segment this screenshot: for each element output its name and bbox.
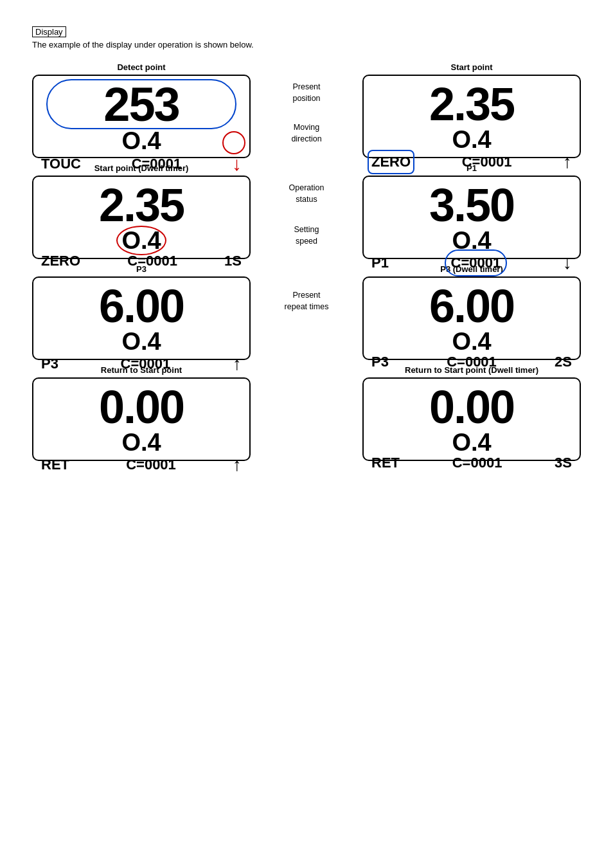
return-dwell-box: 0.00 O.4 RET C=0001 3S <box>362 377 581 461</box>
p3-dwell-panel: P3 (Dwell timer) 6.00 O.4 P3 C=0001 2S <box>362 264 581 360</box>
p1-sub: O.4 <box>452 228 491 253</box>
p1-label1: P1 <box>371 255 389 271</box>
detect-arrow: ↓ <box>232 153 242 175</box>
page-subtitle: The example of the display under operati… <box>32 40 581 50</box>
return-dwell-panel: Return to Start point (Dwell timer) 0.00… <box>362 365 581 461</box>
detect-point-panel: Detect point 253 O.4 TOUC C=0001 ↓ <box>32 62 251 158</box>
start-dwell-box: 2.35 O.4 ZERO C=0001 1S <box>32 176 251 259</box>
operation-status-label: Operation status <box>289 183 324 205</box>
page-title: Display <box>32 26 66 37</box>
start-arrow: ↑ <box>563 152 572 172</box>
moving-direction-label: Moving direction <box>291 122 321 145</box>
detect-label2: C=0001 <box>132 156 182 172</box>
detect-point-title: Detect point <box>32 62 251 72</box>
start-sub-num: O.4 <box>452 127 491 152</box>
p3-arrow: ↑ <box>233 354 242 374</box>
p3-label1: P3 <box>41 356 58 372</box>
return-dwell-sub: O.4 <box>452 430 491 455</box>
center-col-row2: Operation status Setting speed <box>251 163 362 264</box>
p3-box: 6.00 O.4 P3 C=0001 ↑ <box>32 276 251 360</box>
detect-point-box: 253 O.4 TOUC C=0001 ↓ <box>32 75 251 158</box>
return-label2: C=0001 <box>126 457 176 473</box>
return-main: 0.00 <box>99 384 184 430</box>
setting-speed-label: Setting speed <box>294 224 319 247</box>
return-dwell-main: 0.00 <box>429 384 514 430</box>
start-dwell-sub: O.4 <box>121 228 161 253</box>
p1-box: 3.50 O.4 P1 C=0001 ↓ <box>362 176 581 259</box>
return-box: 0.00 O.4 RET C=0001 ↑ <box>32 377 251 461</box>
p3-label2: C=0001 <box>121 356 171 372</box>
p3-dwell-timer: 2S <box>555 354 572 370</box>
p3-dwell-label1: P3 <box>371 354 389 370</box>
start-label1: ZERO <box>371 154 411 170</box>
start-dwell-label2: C=0001 <box>127 253 177 269</box>
start-label2: C=0001 <box>462 154 512 170</box>
return-sub: O.4 <box>121 430 161 455</box>
p1-arrow: ↓ <box>563 253 572 273</box>
start-main-num: 2.35 <box>429 81 514 127</box>
return-dwell-label1: RET <box>371 455 400 471</box>
p3-main: 6.00 <box>99 283 184 329</box>
center-col-row4 <box>251 365 362 466</box>
center-col-row3: Present repeat times <box>251 264 362 365</box>
start-point-title: Start point <box>362 62 581 72</box>
start-point-panel: Start point 2.35 O.4 ZERO C=0001 ↑ <box>362 62 581 158</box>
p1-label2: C=0001 <box>451 255 501 271</box>
center-col-row1: Present position Moving direction <box>251 62 362 163</box>
present-repeat-label: Present repeat times <box>285 290 329 312</box>
start-dwell-main: 2.35 <box>99 182 184 228</box>
start-dwell-label1: ZERO <box>41 253 80 269</box>
present-position-label: Present position <box>292 82 320 104</box>
p3-dwell-label2: C=0001 <box>447 354 497 370</box>
detect-label1: TOUC <box>41 156 81 172</box>
p3-dwell-main: 6.00 <box>429 283 514 329</box>
start-dwell-panel: Start point (Dwell timer) 2.35 O.4 ZERO … <box>32 163 251 259</box>
return-arrow: ↑ <box>233 455 242 475</box>
detect-sub-num: O.4 <box>121 129 161 153</box>
p1-main: 3.50 <box>429 182 514 228</box>
return-label1: RET <box>41 457 69 473</box>
p3-dwell-sub: O.4 <box>452 329 491 354</box>
p3-dwell-box: 6.00 O.4 P3 C=0001 2S <box>362 276 581 360</box>
start-dwell-timer: 1S <box>224 253 242 269</box>
p1-panel: P1 3.50 O.4 P1 C=0001 ↓ <box>362 163 581 259</box>
return-dwell-label2: C=0001 <box>452 455 502 471</box>
p3-sub: O.4 <box>121 329 161 354</box>
detect-main-num: 253 <box>103 81 179 129</box>
return-dwell-timer: 3S <box>555 455 572 471</box>
return-panel: Return to Start point 0.00 O.4 RET C=000… <box>32 365 251 461</box>
p3-panel: P3 6.00 O.4 P3 C=0001 ↑ <box>32 264 251 360</box>
start-point-box: 2.35 O.4 ZERO C=0001 ↑ <box>362 75 581 158</box>
